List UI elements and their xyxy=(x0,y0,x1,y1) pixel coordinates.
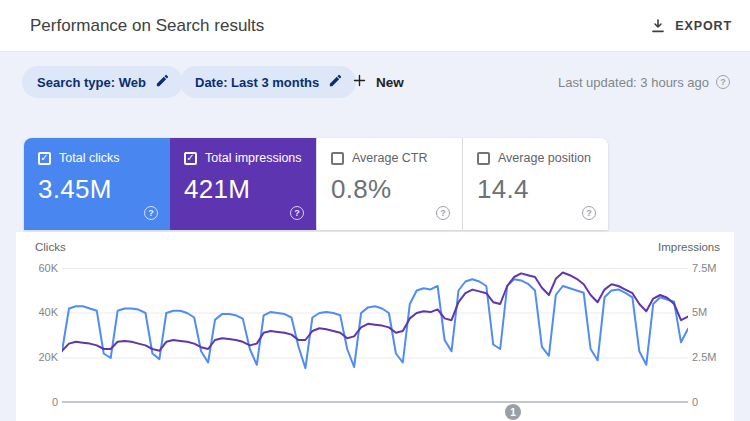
total-clicks-help-icon[interactable] xyxy=(144,206,158,220)
card-header: Average CTR xyxy=(331,151,462,165)
performance-chart-svg xyxy=(62,268,688,403)
average-position-value: 14.4 xyxy=(477,174,608,205)
total-clicks-card[interactable]: Total clicks 3.45M xyxy=(24,138,170,230)
average-position-checkbox[interactable] xyxy=(477,152,490,165)
card-header: Average position xyxy=(477,151,608,165)
total-impressions-card[interactable]: Total impressions 421M xyxy=(170,138,316,230)
date-range-chip-label: Date: Last 3 months xyxy=(195,75,319,90)
total-impressions-help-icon[interactable] xyxy=(290,206,304,220)
page-indicator-badge[interactable]: 1 xyxy=(505,404,521,420)
metric-cards-row: Total clicks 3.45M Total impressions 421… xyxy=(24,138,608,230)
average-ctr-label: Average CTR xyxy=(352,151,428,165)
export-button[interactable]: EXPORT xyxy=(650,0,732,52)
search-type-chip[interactable]: Search type: Web xyxy=(22,66,183,98)
left-axis-tick: 0 xyxy=(16,396,58,408)
left-axis-tick: 40K xyxy=(16,306,58,318)
average-ctr-card[interactable]: Average CTR 0.8% xyxy=(316,138,462,230)
plus-icon xyxy=(352,73,367,91)
right-axis-tick: 0 xyxy=(692,396,734,408)
download-icon xyxy=(650,18,666,34)
total-impressions-checkbox[interactable] xyxy=(184,152,197,165)
average-position-label: Average position xyxy=(498,151,591,165)
new-filter-label: New xyxy=(376,75,404,90)
chart-line-total-impressions xyxy=(62,273,688,351)
total-impressions-label: Total impressions xyxy=(205,151,302,165)
app-header: Performance on Search results EXPORT xyxy=(0,0,750,52)
last-updated-text: Last updated: 3 hours ago xyxy=(558,75,709,90)
search-type-chip-label: Search type: Web xyxy=(37,75,146,90)
right-axis-tick: 7.5M xyxy=(692,262,734,274)
edit-pencil-icon xyxy=(328,73,343,91)
last-updated-help-icon[interactable] xyxy=(716,75,730,89)
total-impressions-value: 421M xyxy=(184,174,316,205)
total-clicks-value: 3.45M xyxy=(38,174,170,205)
left-axis-title: Clicks xyxy=(35,241,66,253)
total-clicks-checkbox[interactable] xyxy=(38,152,51,165)
average-ctr-checkbox[interactable] xyxy=(331,152,344,165)
average-ctr-value: 0.8% xyxy=(331,174,462,205)
new-filter-button[interactable]: New xyxy=(352,66,404,98)
performance-chart-card: Clicks Impressions 60K 40K 20K 0 7.5M 5M… xyxy=(16,232,734,421)
last-updated-status: Last updated: 3 hours ago xyxy=(558,66,730,98)
export-label: EXPORT xyxy=(675,19,732,33)
right-axis-title: Impressions xyxy=(658,241,720,253)
left-axis-tick: 60K xyxy=(16,262,58,274)
left-axis-tick: 20K xyxy=(16,351,58,363)
card-header: Total clicks xyxy=(38,151,170,165)
card-header: Total impressions xyxy=(184,151,316,165)
date-range-chip[interactable]: Date: Last 3 months xyxy=(180,66,356,98)
filter-bar: Search type: Web Date: Last 3 months New… xyxy=(0,52,750,110)
average-position-card[interactable]: Average position 14.4 xyxy=(462,138,608,230)
edit-pencil-icon xyxy=(155,73,170,91)
total-clicks-label: Total clicks xyxy=(59,151,119,165)
right-axis-tick: 2.5M xyxy=(692,351,734,363)
average-position-help-icon[interactable] xyxy=(582,206,596,220)
page-title: Performance on Search results xyxy=(30,0,264,52)
chart-plot-area[interactable] xyxy=(62,268,688,403)
right-axis-tick: 5M xyxy=(692,306,734,318)
average-ctr-help-icon[interactable] xyxy=(436,206,450,220)
